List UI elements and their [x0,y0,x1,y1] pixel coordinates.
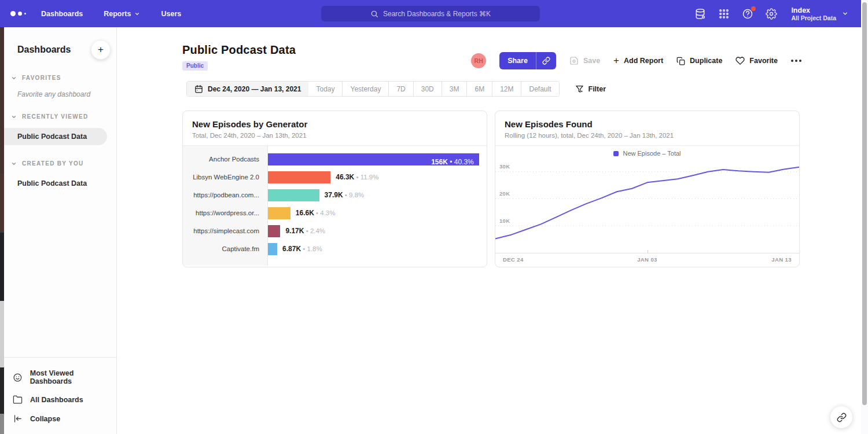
bar-row[interactable]: 6.87K • 1.8% [268,240,487,258]
x-axis-labels: DEC 24 JAN 03 JAN 13 [495,253,799,265]
heart-icon [735,56,745,65]
date-preset-today[interactable]: Today [308,82,342,96]
strip-segment [0,27,4,174]
database-gear-icon[interactable] [694,8,707,20]
strip-segment [0,414,4,434]
folder-icon [13,395,23,404]
x-tick-label: DEC 24 [503,256,599,263]
save-icon [569,56,579,65]
bar-row[interactable]: 46.3K • 11.9% [268,168,487,186]
section-recently-viewed-header[interactable]: RECENTLY VIEWED [4,113,116,120]
bar-value-label: 16.6K • 4.3% [296,207,336,219]
calendar-icon [194,84,203,93]
bar-category-label: Captivate.fm [183,240,267,258]
bar[interactable]: 156K • 40.3% [268,153,479,165]
background-window-strip [0,27,4,434]
bar-chart: Anchor PodcastsLibsyn WebEngine 2.0https… [183,146,487,266]
date-range-bar: Dec 24, 2020 — Jan 13, 2021 TodayYesterd… [186,81,560,97]
bar-row[interactable]: 16.6K • 4.3% [268,204,487,222]
top-navigation: Dashboards Reports Users [41,10,181,18]
project-switcher[interactable]: Index All Project Data [791,6,848,21]
date-preset-yesterday[interactable]: Yesterday [342,82,388,96]
date-range-label: Dec 24, 2020 — Jan 13, 2021 [208,85,301,93]
sidebar-item-public-podcast-data[interactable]: Public Podcast Data [4,128,107,145]
section-recently-viewed: RECENTLY VIEWED Public Podcast Data [4,113,116,145]
bar-category-label: Libsyn WebEngine 2.0 [183,168,267,186]
chevron-down-icon [11,114,17,120]
link-icon [837,413,847,422]
bar[interactable] [268,243,277,255]
collapse-sidebar-item[interactable]: Collapse [4,409,116,428]
x-tick-label: JAN 03 [599,256,695,263]
section-favorites-header[interactable]: FAVORITES [4,75,116,81]
topbar: Dashboards Reports Users Search Dashboar… [0,0,861,27]
card-title: New Episodes Found [505,119,790,129]
bar[interactable] [268,171,330,183]
settings-gear-icon[interactable] [765,8,778,20]
add-report-button[interactable]: + Add Report [613,57,663,65]
nav-dashboards[interactable]: Dashboards [41,10,83,18]
page-scrollbar[interactable] [861,0,868,434]
bar[interactable] [268,225,280,237]
footer-item-label: Collapse [30,415,60,423]
add-dashboard-button[interactable]: + [91,40,111,60]
date-preset-30d[interactable]: 30D [413,82,442,96]
y-tick-label: 30K [499,163,510,170]
main-content: Public Podcast Data Public RH Share Save… [117,27,861,434]
date-preset-12m[interactable]: 12M [492,82,521,96]
favorite-button[interactable]: Favorite [735,56,778,65]
date-preset-default[interactable]: Default [521,82,558,96]
sidebar-item-public-podcast-data[interactable]: Public Podcast Data [4,175,116,192]
favorites-empty-hint: Favorite any dashboard [17,90,116,98]
section-created-by-you-header[interactable]: CREATED BY YOU [4,160,116,167]
save-button[interactable]: Save [569,56,600,65]
duplicate-button[interactable]: Duplicate [676,57,722,65]
topbar-right: Index All Project Data [694,0,848,27]
save-label: Save [583,57,600,65]
section-label: RECENTLY VIEWED [22,113,89,120]
bar-value-label: 9.17K • 2.4% [285,225,325,237]
section-label: CREATED BY YOU [22,160,84,167]
footer-item-label: All Dashboards [30,396,83,404]
app-logo-dots-icon[interactable] [10,11,26,16]
filter-funnel-icon [575,84,584,93]
more-options-button[interactable] [791,60,801,62]
date-preset-7d[interactable]: 7D [388,82,413,96]
favorite-label: Favorite [749,57,778,65]
bar-row[interactable]: 156K • 40.3% [268,150,487,168]
share-link-fab[interactable] [830,406,852,428]
date-range-button[interactable]: Dec 24, 2020 — Jan 13, 2021 [187,82,308,96]
bar[interactable] [268,189,319,201]
nav-reports[interactable]: Reports [104,10,140,18]
chevron-down-icon [11,161,17,167]
filter-button[interactable]: Filter [575,84,606,93]
date-preset-3m[interactable]: 3M [442,82,467,96]
project-name: Index [791,6,836,14]
date-presets: TodayYesterday7D30D3M6M12MDefault [308,82,558,96]
apps-grid-icon[interactable] [718,8,730,20]
card-subtitle: Rolling (12 hours), total, Dec 24th, 202… [505,132,790,139]
search-input[interactable]: Search Dashboards & Reports ⌘K [321,6,540,21]
nav-users[interactable]: Users [161,10,181,18]
help-icon[interactable] [741,8,754,20]
most-viewed-dashboards-item[interactable]: Most Viewed Dashboards [4,365,116,390]
bar-row[interactable]: 9.17K • 2.4% [268,222,487,240]
avatar[interactable]: RH [471,53,486,68]
share-label: Share [499,52,536,69]
sidebar: Dashboards + FAVORITES Favorite any dash… [4,27,117,434]
bar-chart-labels: Anchor PodcastsLibsyn WebEngine 2.0https… [183,146,268,266]
bar-row[interactable]: 37.9K • 9.8% [268,186,487,204]
bar[interactable] [268,207,290,219]
search-icon [370,10,378,18]
x-tick-label: JAN 13 [696,256,792,263]
chevron-down-icon [842,10,848,17]
scrollbar-thumb[interactable] [862,2,867,405]
line-chart-card: New Episodes Found Rolling (12 hours), t… [495,111,800,267]
date-preset-6m[interactable]: 6M [466,82,492,96]
all-dashboards-item[interactable]: All Dashboards [4,390,116,409]
share-button[interactable]: Share [499,52,556,69]
section-favorites: FAVORITES Favorite any dashboard [4,75,116,98]
sidebar-title: Dashboards [17,45,71,55]
smiley-icon [13,373,23,382]
share-link-segment[interactable] [536,52,556,69]
